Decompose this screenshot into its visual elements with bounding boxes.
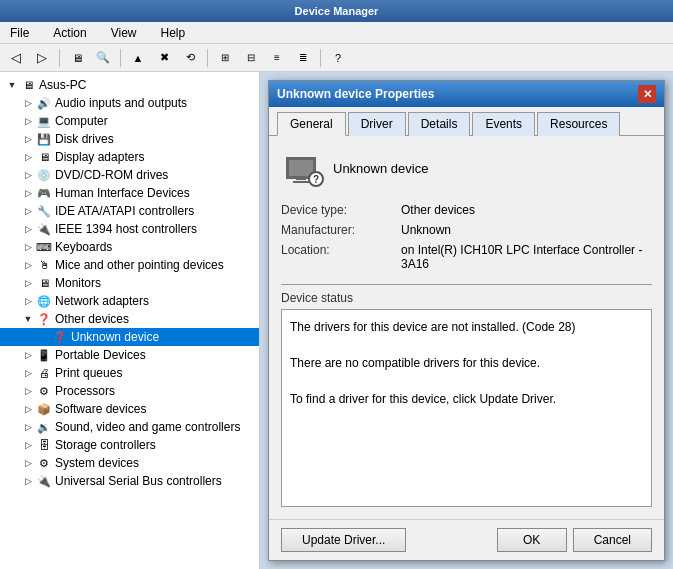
storage-expand[interactable]: ▷ [20,437,36,453]
forward-button[interactable]: ▷ [30,47,54,69]
print-expand[interactable]: ▷ [20,365,36,381]
tree-item-system[interactable]: ▷ ⚙ System devices [0,454,259,472]
ide-expand[interactable]: ▷ [20,203,36,219]
display-icon: 🖥 [36,149,52,165]
status-section: Device status The drivers for this devic… [281,284,652,507]
tree-item-usb[interactable]: ▷ 🔌 Universal Serial Bus controllers [0,472,259,490]
view-devices-type[interactable]: ⊞ [213,47,237,69]
device-type-label: Device type: [281,202,401,218]
manufacturer-value: Unknown [401,222,652,238]
usb-label: Universal Serial Bus controllers [55,474,222,488]
system-expand[interactable]: ▷ [20,455,36,471]
view-resources-conn[interactable]: ≣ [291,47,315,69]
disk-label: Disk drives [55,132,114,146]
tree-root[interactable]: ▼ 🖥 Asus-PC [0,76,259,94]
computer-expand[interactable]: ▷ [20,113,36,129]
view-devices-conn[interactable]: ⊟ [239,47,263,69]
tab-general[interactable]: General [277,112,346,136]
tree-item-ieee[interactable]: ▷ 🔌 IEEE 1394 host controllers [0,220,259,238]
back-button[interactable]: ◁ [4,47,28,69]
menu-action[interactable]: Action [47,24,92,42]
tab-driver[interactable]: Driver [348,112,406,136]
ide-label: IDE ATA/ATAPI controllers [55,204,194,218]
tree-item-mice[interactable]: ▷ 🖱 Mice and other pointing devices [0,256,259,274]
other-icon: ❓ [36,311,52,327]
tree-item-audio[interactable]: ▷ 🔊 Audio inputs and outputs [0,94,259,112]
tab-events[interactable]: Events [472,112,535,136]
display-expand[interactable]: ▷ [20,149,36,165]
other-expand[interactable]: ▼ [20,311,36,327]
tree-item-computer[interactable]: ▷ 💻 Computer [0,112,259,130]
ok-button[interactable]: OK [497,528,567,552]
ieee-label: IEEE 1394 host controllers [55,222,197,236]
network-expand[interactable]: ▷ [20,293,36,309]
audio-expand[interactable]: ▷ [20,95,36,111]
uninstall-button[interactable]: ✖ [152,47,176,69]
keyboard-expand[interactable]: ▷ [20,239,36,255]
tree-item-monitors[interactable]: ▷ 🖥 Monitors [0,274,259,292]
usb-expand[interactable]: ▷ [20,473,36,489]
software-expand[interactable]: ▷ [20,401,36,417]
tree-item-proc[interactable]: ▷ ⚙ Processors [0,382,259,400]
print-icon: 🖨 [36,365,52,381]
tree-item-disk[interactable]: ▷ 💾 Disk drives [0,130,259,148]
portable-expand[interactable]: ▷ [20,347,36,363]
device-icon-large: ? [281,148,321,188]
tree-item-sound[interactable]: ▷ 🔉 Sound, video and game controllers [0,418,259,436]
system-label: System devices [55,456,139,470]
properties-button[interactable]: 🖥 [65,47,89,69]
tree-item-dvd[interactable]: ▷ 💿 DVD/CD-ROM drives [0,166,259,184]
tab-resources[interactable]: Resources [537,112,620,136]
update-driver-button[interactable]: Update Driver... [281,528,406,552]
network-label: Network adapters [55,294,149,308]
monitors-expand[interactable]: ▷ [20,275,36,291]
dvd-icon: 💿 [36,167,52,183]
print-label: Print queues [55,366,122,380]
proc-expand[interactable]: ▷ [20,383,36,399]
ieee-expand[interactable]: ▷ [20,221,36,237]
hid-expand[interactable]: ▷ [20,185,36,201]
dvd-expand[interactable]: ▷ [20,167,36,183]
tree-item-display[interactable]: ▷ 🖥 Display adapters [0,148,259,166]
menu-file[interactable]: File [4,24,35,42]
mice-expand[interactable]: ▷ [20,257,36,273]
help-toolbar[interactable]: ? [326,47,350,69]
tree-item-portable[interactable]: ▷ 📱 Portable Devices [0,346,259,364]
view-resources-type[interactable]: ≡ [265,47,289,69]
tree-item-hid[interactable]: ▷ 🎮 Human Interface Devices [0,184,259,202]
location-label: Location: [281,242,401,272]
tree-item-network[interactable]: ▷ 🌐 Network adapters [0,292,259,310]
scan-button[interactable]: 🔍 [91,47,115,69]
unknown-label: Unknown device [71,330,159,344]
cancel-button[interactable]: Cancel [573,528,652,552]
usb-icon: 🔌 [36,473,52,489]
tab-details[interactable]: Details [408,112,471,136]
scan-changes-button[interactable]: ⟲ [178,47,202,69]
audio-label: Audio inputs and outputs [55,96,187,110]
storage-label: Storage controllers [55,438,156,452]
tree-item-unknown[interactable]: ❓ Unknown device [0,328,259,346]
root-expand-icon[interactable]: ▼ [4,77,20,93]
system-icon: ⚙ [36,455,52,471]
sound-expand[interactable]: ▷ [20,419,36,435]
tree-item-keyboard[interactable]: ▷ ⌨ Keyboards [0,238,259,256]
device-type-value: Other devices [401,202,652,218]
status-text-box: The drivers for this device are not inst… [281,309,652,507]
tree-item-print[interactable]: ▷ 🖨 Print queues [0,364,259,382]
app-title: Device Manager [295,5,379,17]
tree-item-other[interactable]: ▼ ❓ Other devices [0,310,259,328]
menu-view[interactable]: View [105,24,143,42]
dialog: Unknown device Properties ✕ General Driv… [268,80,665,561]
disk-expand[interactable]: ▷ [20,131,36,147]
tab-bar: General Driver Details Events Resources [269,107,664,136]
main-window: File Action View Help ◁ ▷ 🖥 🔍 ▲ ✖ ⟲ ⊞ ⊟ … [0,22,673,569]
tree-item-storage[interactable]: ▷ 🗄 Storage controllers [0,436,259,454]
dialog-close-button[interactable]: ✕ [638,85,656,103]
menu-help[interactable]: Help [155,24,192,42]
disk-icon: 💾 [36,131,52,147]
display-label: Display adapters [55,150,144,164]
tree-item-software[interactable]: ▷ 📦 Software devices [0,400,259,418]
tree-item-ide[interactable]: ▷ 🔧 IDE ATA/ATAPI controllers [0,202,259,220]
update-driver-toolbar[interactable]: ▲ [126,47,150,69]
unknown-expand[interactable] [36,329,52,345]
